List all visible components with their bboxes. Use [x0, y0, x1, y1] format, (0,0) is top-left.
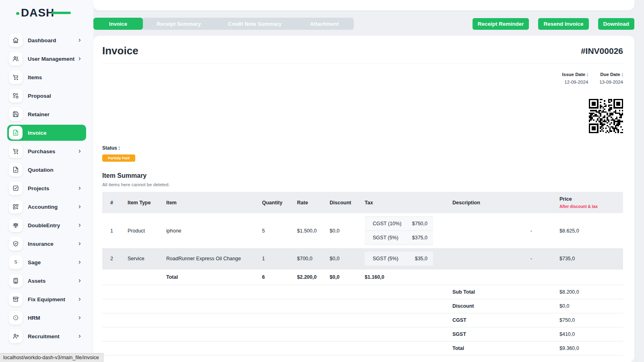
grid-plus-icon [9, 200, 23, 214]
issue-date-block: Issue Date : 12-09-2024 [562, 72, 588, 84]
receipt-reminder-button[interactable]: Receipt Reminder [473, 18, 529, 30]
tab-receipt-summary[interactable]: Receipt Summary [143, 18, 215, 30]
cell-item-type: Service [124, 248, 163, 269]
download-button[interactable]: Download [598, 18, 635, 30]
sidebar-item-retainer[interactable]: Retainer [7, 106, 86, 122]
previous-card-edge [93, 0, 634, 10]
cell-item: RoadRunner Express Oil Change [163, 248, 259, 269]
due-date-value: 13-09-2024 [599, 80, 623, 84]
cell-quantity: 5 [259, 213, 294, 248]
chevron-right-icon [77, 38, 82, 43]
crosshair-icon [9, 311, 23, 325]
home-icon [9, 33, 23, 47]
file-check-icon [9, 163, 23, 177]
tax-entry: CGST (10%)$750,0 [365, 217, 433, 230]
brand-logo[interactable]: DASH [21, 6, 65, 20]
column-header-description: Description [449, 192, 556, 213]
sidebar-item-proposal[interactable]: Proposal [7, 88, 86, 104]
sidebar-item-items[interactable]: Items [7, 69, 86, 85]
price-header-label: Price [559, 196, 620, 202]
tab-credit-note-summary[interactable]: Credit Note Summary [215, 18, 295, 30]
due-date-label: Due Date : [599, 72, 623, 77]
total-rate: $2.200,0 [294, 269, 326, 285]
sidebar-nav: DashboardUser ManagementItemsProposalRet… [0, 32, 93, 344]
summary-value: $750,0 [556, 313, 623, 327]
column-header-tax: Tax [361, 192, 449, 213]
status-label: Status : [102, 145, 623, 151]
cell-description: - [449, 248, 556, 269]
sidebar-item-accounting[interactable]: Accounting [7, 199, 86, 215]
sidebar-item-doubleentry[interactable]: DoubleEntry [7, 217, 86, 233]
resend-invoice-button[interactable]: Resend Invoice [538, 18, 588, 30]
column-header--: # [102, 192, 124, 213]
sidebar-item-dashboard[interactable]: Dashboard [7, 32, 86, 48]
chevron-right-icon [77, 149, 82, 154]
svg-text:S: S [14, 259, 17, 264]
due-date-block: Due Date : 13-09-2024 [599, 72, 623, 84]
main-area: InvoiceReceipt SummaryCredit Note Summar… [93, 0, 644, 362]
swap-boxes-icon [9, 89, 23, 103]
sidebar-item-label: HRM [28, 315, 40, 321]
sidebar-item-label: DoubleEntry [28, 222, 60, 228]
column-header-quantity: Quantity [259, 192, 294, 213]
check-square-icon [9, 181, 23, 195]
letter-s-icon: S [9, 255, 23, 269]
sidebar-item-label: Assets [28, 278, 45, 284]
cell-item: iphone [163, 213, 259, 248]
cell-discount: $0,0 [326, 248, 361, 269]
sidebar-item-projects[interactable]: Projects [7, 180, 86, 196]
chevron-right-icon [77, 223, 82, 228]
shield-check-icon [9, 237, 23, 251]
summary-value: $0,0 [556, 299, 623, 313]
sidebar-item-invoice[interactable]: Invoice [7, 125, 86, 141]
sidebar-item-label: Proposal [28, 93, 51, 99]
file-text-icon [9, 126, 23, 140]
archive-icon [9, 292, 23, 306]
sidebar-item-assets[interactable]: Assets [7, 273, 86, 289]
items-table: #Item TypeItemQuantityRateDiscountTaxDes… [102, 192, 623, 356]
cell-item-type: Product [124, 213, 163, 248]
scale-icon [9, 218, 23, 232]
action-buttons: Receipt ReminderResend InvoiceDownload [473, 18, 634, 30]
user-plus-icon [9, 329, 23, 343]
item-summary-note: All items here cannot be deleted. [102, 182, 623, 187]
column-header-item: Item [163, 192, 259, 213]
sidebar-item-label: Items [28, 74, 42, 80]
summary-row-sub-total: Sub Total$8.200,0 [102, 285, 623, 299]
sidebar: DASH DashboardUser ManagementItemsPropos… [0, 0, 93, 362]
sidebar-item-hrm[interactable]: HRM [7, 310, 86, 326]
sidebar-item-label: Retainer [28, 111, 50, 117]
total-tax: $1.160,0 [361, 269, 449, 285]
sidebar-item-quotation[interactable]: Quotation [7, 162, 86, 178]
sidebar-item-fix-equipment[interactable]: Fix Equipment [7, 291, 86, 307]
chevron-right-icon [77, 297, 82, 302]
sidebar-item-label: Fix Equipment [28, 296, 65, 302]
summary-label: SGST [449, 327, 556, 341]
total-label: Total [163, 269, 259, 285]
sidebar-item-label: Invoice [28, 130, 47, 136]
sidebar-item-insurance[interactable]: Insurance [7, 236, 86, 252]
tab-attachment[interactable]: Attachment [295, 18, 354, 30]
invoice-dates: Issue Date : 12-09-2024 Due Date : 13-09… [102, 72, 623, 84]
sidebar-item-label: Quotation [28, 167, 54, 173]
cell-price: $8.625,0 [556, 213, 623, 248]
sidebar-item-label: Recruitment [28, 333, 60, 339]
cart-icon [9, 144, 23, 158]
price-subheader: After discount & tax [559, 204, 620, 209]
invoice-card: Invoice #INV00026 Issue Date : 12-09-202… [93, 36, 634, 362]
sidebar-item-sage[interactable]: SSage [7, 254, 86, 270]
tax-value: $375,0 [412, 235, 427, 241]
tax-entry: SGST (5%)$375,0 [365, 230, 433, 245]
cell-discount: $0,0 [326, 213, 361, 248]
tax-name: SGST (5%) [373, 235, 398, 241]
tabs-row: InvoiceReceipt SummaryCredit Note Summar… [93, 18, 634, 30]
cell-num: 1 [102, 213, 124, 248]
tab-invoice[interactable]: Invoice [93, 18, 143, 30]
sidebar-item-recruitment[interactable]: Recruitment [7, 328, 86, 344]
sidebar-item-purchases[interactable]: Purchases [7, 143, 86, 159]
chevron-right-icon [77, 186, 82, 191]
sidebar-item-user-management[interactable]: User Management [7, 51, 86, 67]
tax-entry: SGST (5%)$35,0 [365, 252, 433, 265]
issue-date-label: Issue Date : [562, 72, 588, 77]
cell-num: 2 [102, 248, 124, 269]
